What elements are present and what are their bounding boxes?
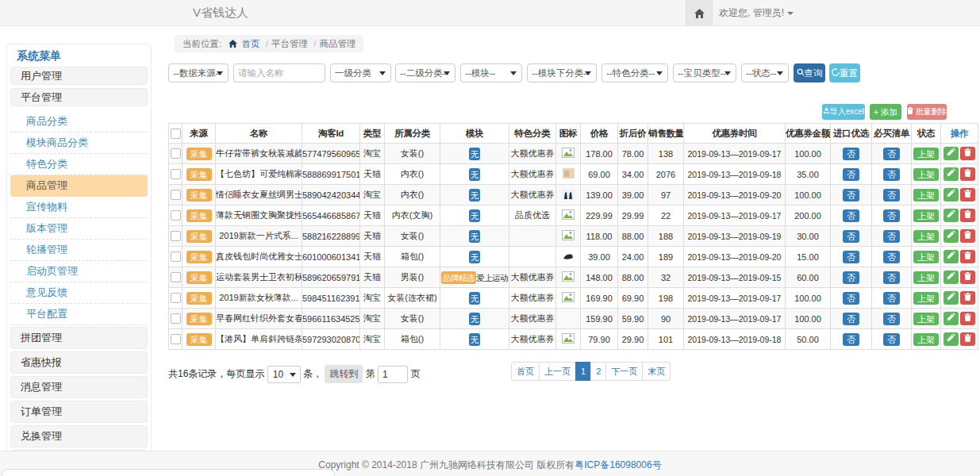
sidebar-item-宣传物料[interactable]: 宣传物料 — [10, 197, 148, 218]
status-toggle[interactable]: 上架 — [913, 271, 939, 284]
sidebar-item-版本管理[interactable]: 版本管理 — [10, 218, 148, 240]
sidebar-item-商品分类[interactable]: 商品分类 — [10, 111, 148, 132]
edit-button[interactable] — [943, 229, 959, 243]
row-checkbox[interactable] — [171, 313, 181, 324]
pager-1[interactable]: 1 — [575, 362, 591, 381]
delete-button[interactable] — [960, 312, 975, 325]
sidebar-group-兑换管理[interactable]: 兑换管理 — [10, 425, 148, 447]
filter-module-sub-select[interactable]: --模块下分类-- — [527, 63, 597, 83]
filter-status-select[interactable]: --状态-- — [741, 63, 789, 83]
status-toggle[interactable]: 上架 — [913, 292, 939, 305]
status-toggle[interactable]: 上架 — [913, 148, 939, 160]
page-size-select[interactable]: 10 — [267, 366, 301, 383]
must-buy-toggle[interactable]: 否 — [883, 292, 900, 305]
sidebar-group-消息管理[interactable]: 消息管理 — [10, 376, 148, 398]
delete-button[interactable] — [960, 209, 975, 222]
must-buy-toggle[interactable]: 否 — [883, 189, 900, 202]
edit-button[interactable] — [943, 147, 959, 160]
icp-link[interactable]: 粤ICP备16098006号 — [575, 459, 661, 470]
filter-item-type-select[interactable]: --宝贝类型-- — [673, 63, 736, 83]
must-buy-toggle[interactable]: 否 — [883, 271, 900, 284]
filter-name-input[interactable]: 请输入名称 — [233, 63, 325, 83]
pager-下一页[interactable]: 下一页 — [605, 362, 643, 381]
sidebar-item-平台配置[interactable]: 平台配置 — [10, 304, 148, 325]
sidebar-item-启动页管理[interactable]: 启动页管理 — [10, 261, 148, 282]
status-toggle[interactable]: 上架 — [913, 189, 939, 202]
filter-cat2-select[interactable]: --二级分类-- — [395, 63, 455, 83]
edit-button[interactable] — [943, 250, 959, 263]
edit-button[interactable] — [943, 291, 959, 305]
row-checkbox[interactable] — [171, 251, 181, 262]
filter-module-select[interactable]: --模块-- — [460, 63, 522, 83]
status-toggle[interactable]: 上架 — [913, 230, 939, 243]
edit-button[interactable] — [943, 209, 959, 222]
batch-delete-button[interactable]: 批量删除 — [907, 104, 947, 120]
delete-button[interactable] — [960, 332, 975, 346]
row-checkbox[interactable] — [171, 210, 181, 221]
sidebar-item-模块商品分类[interactable]: 模块商品分类 — [10, 132, 148, 154]
import-excel-button[interactable]: 导入excel — [822, 104, 865, 120]
status-toggle[interactable]: 上架 — [913, 333, 939, 346]
edit-button[interactable] — [943, 167, 959, 181]
status-toggle[interactable]: 上架 — [913, 168, 939, 181]
sidebar-group-拼团管理[interactable]: 拼团管理 — [10, 327, 148, 349]
row-checkbox[interactable] — [171, 169, 181, 179]
row-checkbox[interactable] — [171, 231, 181, 241]
imported-toggle[interactable]: 否 — [843, 251, 859, 263]
must-buy-toggle[interactable]: 否 — [883, 251, 900, 263]
delete-button[interactable] — [960, 188, 975, 202]
edit-button[interactable] — [943, 312, 959, 325]
select-all-checkbox[interactable] — [171, 129, 181, 139]
status-toggle[interactable]: 上架 — [913, 209, 939, 222]
imported-toggle[interactable]: 否 — [843, 292, 859, 305]
pager-2[interactable]: 2 — [590, 362, 606, 381]
imported-toggle[interactable]: 否 — [843, 168, 859, 181]
row-checkbox[interactable] — [171, 190, 181, 200]
must-buy-toggle[interactable]: 否 — [883, 333, 900, 346]
query-button[interactable]: 查询 — [794, 63, 825, 83]
row-checkbox[interactable] — [171, 293, 181, 303]
add-button[interactable]: + 添加 — [870, 104, 901, 120]
status-toggle[interactable]: 上架 — [913, 313, 939, 325]
sidebar-group-订单管理[interactable]: 订单管理 — [10, 401, 148, 423]
filter-feature-select[interactable]: --特色分类-- — [601, 63, 668, 83]
jump-page-input[interactable]: 1 — [378, 366, 408, 383]
delete-button[interactable] — [960, 229, 975, 243]
sidebar-item-特色分类[interactable]: 特色分类 — [10, 154, 148, 175]
delete-button[interactable] — [960, 167, 975, 181]
reset-button[interactable]: 重置 — [829, 63, 860, 83]
imported-toggle[interactable]: 否 — [843, 313, 859, 325]
must-buy-toggle[interactable]: 否 — [883, 313, 900, 325]
jump-button[interactable]: 跳转到 — [325, 365, 363, 383]
status-toggle[interactable]: 上架 — [913, 251, 939, 263]
imported-toggle[interactable]: 否 — [843, 271, 859, 284]
edit-button[interactable] — [943, 188, 959, 202]
delete-button[interactable] — [960, 147, 975, 160]
imported-toggle[interactable]: 否 — [843, 148, 859, 160]
pager-末页[interactable]: 末页 — [642, 362, 671, 381]
sidebar-group-平台管理[interactable]: 平台管理 — [10, 88, 148, 106]
must-buy-toggle[interactable]: 否 — [883, 230, 900, 243]
edit-button[interactable] — [943, 332, 959, 346]
row-checkbox[interactable] — [171, 148, 181, 159]
home-button[interactable] — [686, 0, 713, 25]
sidebar-item-商品管理[interactable]: 商品管理 — [10, 175, 148, 197]
pager-上一页[interactable]: 上一页 — [539, 362, 576, 381]
edit-button[interactable] — [943, 271, 959, 284]
filter-source-select[interactable]: --数据来源-- — [168, 63, 229, 83]
delete-button[interactable] — [960, 291, 975, 305]
sidebar-group-省惠快报[interactable]: 省惠快报 — [10, 351, 148, 374]
sidebar-item-轮播管理[interactable]: 轮播管理 — [10, 240, 148, 261]
delete-button[interactable] — [960, 250, 975, 263]
filter-cat1-select[interactable]: 一级分类 — [330, 63, 391, 83]
row-checkbox[interactable] — [171, 334, 181, 344]
sidebar-group-用户管理[interactable]: 用户管理 — [10, 67, 148, 85]
pager-首页[interactable]: 首页 — [511, 362, 540, 381]
user-menu[interactable]: 欢迎您, 管理员! — [719, 0, 794, 25]
must-buy-toggle[interactable]: 否 — [883, 168, 900, 181]
row-checkbox[interactable] — [171, 272, 181, 282]
sidebar-item-意见反馈[interactable]: 意见反馈 — [10, 282, 148, 304]
must-buy-toggle[interactable]: 否 — [883, 209, 900, 222]
imported-toggle[interactable]: 否 — [843, 189, 859, 202]
imported-toggle[interactable]: 否 — [843, 230, 859, 243]
